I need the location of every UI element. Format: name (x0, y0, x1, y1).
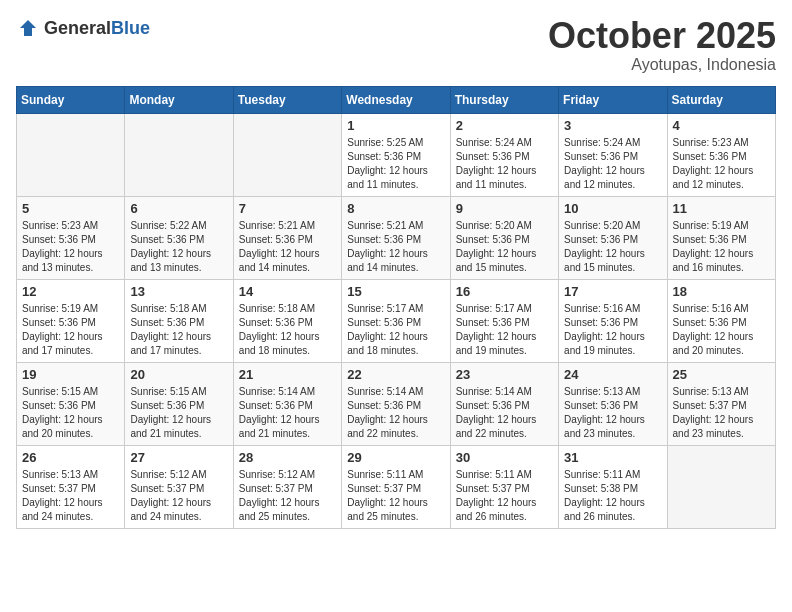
day-info: Sunrise: 5:24 AMSunset: 5:36 PMDaylight:… (564, 136, 661, 192)
day-number: 15 (347, 284, 444, 299)
day-info: Sunrise: 5:24 AMSunset: 5:36 PMDaylight:… (456, 136, 553, 192)
day-number: 23 (456, 367, 553, 382)
calendar-cell: 3Sunrise: 5:24 AMSunset: 5:36 PMDaylight… (559, 113, 667, 196)
day-info: Sunrise: 5:25 AMSunset: 5:36 PMDaylight:… (347, 136, 444, 192)
day-info: Sunrise: 5:19 AMSunset: 5:36 PMDaylight:… (22, 302, 119, 358)
day-number: 26 (22, 450, 119, 465)
calendar-cell (17, 113, 125, 196)
calendar-cell: 7Sunrise: 5:21 AMSunset: 5:36 PMDaylight… (233, 196, 341, 279)
calendar-cell: 19Sunrise: 5:15 AMSunset: 5:36 PMDayligh… (17, 362, 125, 445)
logo-general: GeneralBlue (44, 18, 150, 39)
day-info: Sunrise: 5:21 AMSunset: 5:36 PMDaylight:… (239, 219, 336, 275)
day-number: 14 (239, 284, 336, 299)
calendar-week-row: 12Sunrise: 5:19 AMSunset: 5:36 PMDayligh… (17, 279, 776, 362)
calendar-cell: 30Sunrise: 5:11 AMSunset: 5:37 PMDayligh… (450, 445, 558, 528)
day-number: 12 (22, 284, 119, 299)
calendar-cell: 26Sunrise: 5:13 AMSunset: 5:37 PMDayligh… (17, 445, 125, 528)
calendar-cell: 22Sunrise: 5:14 AMSunset: 5:36 PMDayligh… (342, 362, 450, 445)
calendar-table: SundayMondayTuesdayWednesdayThursdayFrid… (16, 86, 776, 529)
day-info: Sunrise: 5:19 AMSunset: 5:36 PMDaylight:… (673, 219, 770, 275)
calendar-week-row: 5Sunrise: 5:23 AMSunset: 5:36 PMDaylight… (17, 196, 776, 279)
day-info: Sunrise: 5:11 AMSunset: 5:37 PMDaylight:… (456, 468, 553, 524)
day-number: 31 (564, 450, 661, 465)
calendar-cell: 15Sunrise: 5:17 AMSunset: 5:36 PMDayligh… (342, 279, 450, 362)
day-number: 6 (130, 201, 227, 216)
calendar-cell: 11Sunrise: 5:19 AMSunset: 5:36 PMDayligh… (667, 196, 775, 279)
location-title: Ayotupas, Indonesia (548, 56, 776, 74)
day-number: 7 (239, 201, 336, 216)
page-header: GeneralBlue October 2025 Ayotupas, Indon… (16, 16, 776, 74)
logo-icon (16, 16, 40, 40)
day-info: Sunrise: 5:13 AMSunset: 5:36 PMDaylight:… (564, 385, 661, 441)
calendar-cell (125, 113, 233, 196)
day-info: Sunrise: 5:14 AMSunset: 5:36 PMDaylight:… (239, 385, 336, 441)
day-number: 28 (239, 450, 336, 465)
calendar-cell: 18Sunrise: 5:16 AMSunset: 5:36 PMDayligh… (667, 279, 775, 362)
day-number: 18 (673, 284, 770, 299)
day-info: Sunrise: 5:23 AMSunset: 5:36 PMDaylight:… (22, 219, 119, 275)
day-number: 30 (456, 450, 553, 465)
calendar-cell: 8Sunrise: 5:21 AMSunset: 5:36 PMDaylight… (342, 196, 450, 279)
calendar-cell: 17Sunrise: 5:16 AMSunset: 5:36 PMDayligh… (559, 279, 667, 362)
day-info: Sunrise: 5:14 AMSunset: 5:36 PMDaylight:… (456, 385, 553, 441)
calendar-cell: 28Sunrise: 5:12 AMSunset: 5:37 PMDayligh… (233, 445, 341, 528)
month-title: October 2025 (548, 16, 776, 56)
weekday-header-row: SundayMondayTuesdayWednesdayThursdayFrid… (17, 86, 776, 113)
day-info: Sunrise: 5:15 AMSunset: 5:36 PMDaylight:… (22, 385, 119, 441)
calendar-week-row: 19Sunrise: 5:15 AMSunset: 5:36 PMDayligh… (17, 362, 776, 445)
logo: GeneralBlue (16, 16, 150, 40)
calendar-cell (233, 113, 341, 196)
day-number: 3 (564, 118, 661, 133)
day-number: 16 (456, 284, 553, 299)
calendar-cell (667, 445, 775, 528)
day-number: 9 (456, 201, 553, 216)
day-number: 17 (564, 284, 661, 299)
calendar-week-row: 26Sunrise: 5:13 AMSunset: 5:37 PMDayligh… (17, 445, 776, 528)
calendar-cell: 20Sunrise: 5:15 AMSunset: 5:36 PMDayligh… (125, 362, 233, 445)
calendar-cell: 25Sunrise: 5:13 AMSunset: 5:37 PMDayligh… (667, 362, 775, 445)
day-info: Sunrise: 5:13 AMSunset: 5:37 PMDaylight:… (22, 468, 119, 524)
day-info: Sunrise: 5:11 AMSunset: 5:37 PMDaylight:… (347, 468, 444, 524)
calendar-week-row: 1Sunrise: 5:25 AMSunset: 5:36 PMDaylight… (17, 113, 776, 196)
day-number: 19 (22, 367, 119, 382)
day-info: Sunrise: 5:21 AMSunset: 5:36 PMDaylight:… (347, 219, 444, 275)
weekday-header-monday: Monday (125, 86, 233, 113)
weekday-header-saturday: Saturday (667, 86, 775, 113)
day-number: 24 (564, 367, 661, 382)
weekday-header-tuesday: Tuesday (233, 86, 341, 113)
calendar-cell: 9Sunrise: 5:20 AMSunset: 5:36 PMDaylight… (450, 196, 558, 279)
day-info: Sunrise: 5:17 AMSunset: 5:36 PMDaylight:… (347, 302, 444, 358)
day-info: Sunrise: 5:14 AMSunset: 5:36 PMDaylight:… (347, 385, 444, 441)
day-info: Sunrise: 5:12 AMSunset: 5:37 PMDaylight:… (239, 468, 336, 524)
day-number: 25 (673, 367, 770, 382)
day-info: Sunrise: 5:13 AMSunset: 5:37 PMDaylight:… (673, 385, 770, 441)
day-info: Sunrise: 5:20 AMSunset: 5:36 PMDaylight:… (456, 219, 553, 275)
day-number: 4 (673, 118, 770, 133)
day-number: 10 (564, 201, 661, 216)
day-number: 22 (347, 367, 444, 382)
day-number: 20 (130, 367, 227, 382)
day-number: 5 (22, 201, 119, 216)
day-number: 8 (347, 201, 444, 216)
day-number: 11 (673, 201, 770, 216)
day-info: Sunrise: 5:18 AMSunset: 5:36 PMDaylight:… (130, 302, 227, 358)
calendar-cell: 21Sunrise: 5:14 AMSunset: 5:36 PMDayligh… (233, 362, 341, 445)
calendar-cell: 10Sunrise: 5:20 AMSunset: 5:36 PMDayligh… (559, 196, 667, 279)
weekday-header-thursday: Thursday (450, 86, 558, 113)
calendar-cell: 5Sunrise: 5:23 AMSunset: 5:36 PMDaylight… (17, 196, 125, 279)
calendar-cell: 4Sunrise: 5:23 AMSunset: 5:36 PMDaylight… (667, 113, 775, 196)
day-info: Sunrise: 5:22 AMSunset: 5:36 PMDaylight:… (130, 219, 227, 275)
day-info: Sunrise: 5:16 AMSunset: 5:36 PMDaylight:… (673, 302, 770, 358)
calendar-cell: 31Sunrise: 5:11 AMSunset: 5:38 PMDayligh… (559, 445, 667, 528)
calendar-cell: 24Sunrise: 5:13 AMSunset: 5:36 PMDayligh… (559, 362, 667, 445)
day-info: Sunrise: 5:23 AMSunset: 5:36 PMDaylight:… (673, 136, 770, 192)
weekday-header-friday: Friday (559, 86, 667, 113)
day-number: 29 (347, 450, 444, 465)
day-number: 1 (347, 118, 444, 133)
calendar-cell: 6Sunrise: 5:22 AMSunset: 5:36 PMDaylight… (125, 196, 233, 279)
calendar-cell: 13Sunrise: 5:18 AMSunset: 5:36 PMDayligh… (125, 279, 233, 362)
day-info: Sunrise: 5:12 AMSunset: 5:37 PMDaylight:… (130, 468, 227, 524)
calendar-cell: 12Sunrise: 5:19 AMSunset: 5:36 PMDayligh… (17, 279, 125, 362)
weekday-header-sunday: Sunday (17, 86, 125, 113)
day-info: Sunrise: 5:17 AMSunset: 5:36 PMDaylight:… (456, 302, 553, 358)
